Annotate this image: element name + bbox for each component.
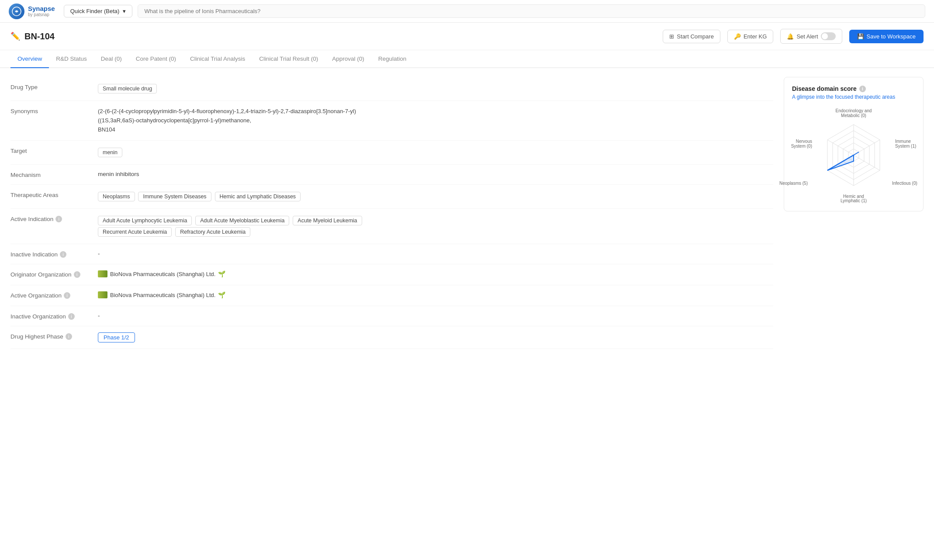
axis-line-rb: [854, 155, 880, 170]
mechanism-label: Mechanism: [10, 171, 98, 178]
active-org-label: Active Organization i: [10, 291, 98, 299]
inactive-org-info-icon[interactable]: i: [68, 313, 75, 320]
axis-label-left-top: Nervous: [796, 139, 812, 144]
save-workspace-button[interactable]: 💾 Save to Workspace: [849, 30, 924, 43]
target-label: Target: [10, 147, 98, 154]
target-value: menin: [98, 147, 773, 158]
active-org-logo-icon: [98, 291, 107, 298]
drug-title-area: ✏️ BN-104: [10, 31, 55, 41]
originator-row: Originator Organization i BioNova Pharma…: [10, 264, 773, 285]
drug-type-row: Drug Type Small molecule drug: [10, 77, 773, 101]
drug-name: BN-104: [24, 31, 55, 41]
inactive-org-row: Inactive Organization i -: [10, 306, 773, 326]
logo-area: Synapse by patsnap: [9, 3, 55, 19]
inactive-indication-value: -: [98, 250, 773, 257]
radar-subtitle: A glimpse into the focused therapeutic a…: [792, 94, 915, 100]
drug-type-value: Small molecule drug: [98, 83, 773, 94]
overview-fields: Drug Type Small molecule drug Synonyms (…: [10, 77, 773, 349]
originator-org: BioNova Pharmaceuticals (Shanghai) Ltd. …: [98, 270, 225, 277]
target-tag: menin: [98, 148, 122, 157]
therapeutic-areas-row: Therapeutic Areas Neoplasms Immune Syste…: [10, 185, 773, 209]
active-indication-label: Active Indication i: [10, 215, 98, 222]
drug-type-label: Drug Type: [10, 83, 98, 90]
inactive-indication-row: Inactive Indication i -: [10, 244, 773, 264]
highest-phase-row: Drug Highest Phase i Phase 1/2: [10, 326, 773, 349]
inactive-indication-label: Inactive Indication i: [10, 250, 98, 258]
radar-chart: Endocrinology and Metabolic (0) Immune S…: [797, 107, 910, 203]
search-input[interactable]: [138, 4, 925, 18]
inactive-indication-info-icon[interactable]: i: [60, 251, 66, 258]
org-sprout-icon: 🌱: [218, 270, 225, 277]
enter-kg-button[interactable]: 🔑 Enter KG: [727, 30, 773, 43]
axis-label-right-bottom: Infectious (0): [892, 181, 917, 186]
phase-tag: Phase 1/2: [98, 332, 135, 342]
set-alert-label: Set Alert: [796, 33, 818, 40]
tag-adult-all: Adult Acute Lymphocytic Leukemia: [98, 216, 192, 225]
tab-overview[interactable]: Overview: [10, 50, 49, 68]
quick-finder-label: Quick Finder (Beta): [70, 8, 120, 14]
svg-text:System (1): System (1): [895, 144, 916, 149]
tag-recurrent: Recurrent Acute Leukemia: [98, 227, 172, 237]
highest-phase-info-icon[interactable]: i: [66, 333, 72, 340]
tab-approval[interactable]: Approval (0): [325, 50, 371, 68]
highest-phase-value: Phase 1/2: [98, 332, 773, 342]
svg-text:Metabolic (0): Metabolic (0): [841, 113, 866, 118]
save-icon: 💾: [857, 33, 864, 40]
logo-icon: [9, 3, 24, 19]
quick-finder-button[interactable]: Quick Finder (Beta) ▾: [64, 5, 133, 17]
originator-info-icon[interactable]: i: [74, 271, 80, 278]
active-indication-info-icon[interactable]: i: [55, 216, 62, 222]
svg-text:System (0): System (0): [791, 144, 812, 149]
active-org-row: Active Organization i BioNova Pharmaceut…: [10, 285, 773, 306]
main-content-area: Drug Type Small molecule drug Synonyms (…: [0, 68, 934, 358]
mechanism-value: menin inhibitors: [98, 171, 773, 177]
synonyms-value: (2-(6-(2-(4-cyclopropylpyrimidin-5-yl)-4…: [98, 107, 773, 134]
tag-neoplasms: Neoplasms: [98, 192, 135, 201]
tag-hemic: Hemic and Lymphatic Diseases: [215, 192, 301, 201]
tab-rd-status[interactable]: R&D Status: [49, 50, 94, 68]
drug-header: ✏️ BN-104 ⊞ Start Compare 🔑 Enter KG 🔔 S…: [0, 23, 934, 50]
alert-icon: 🔔: [787, 33, 794, 40]
chevron-down-icon: ▾: [123, 8, 126, 14]
tab-regulation[interactable]: Regulation: [371, 50, 414, 68]
active-indication-tags: Adult Acute Lymphocytic Leukemia Adult A…: [98, 215, 773, 238]
radar-svg: Endocrinology and Metabolic (0) Immune S…: [797, 107, 910, 203]
synonyms-row: Synonyms (2-(6-(2-(4-cyclopropylpyrimidi…: [10, 101, 773, 141]
tag-refractory: Refractory Acute Leukemia: [175, 227, 250, 237]
kg-icon: 🔑: [734, 33, 741, 40]
sidebar: Disease domain score i A glimpse into th…: [784, 77, 924, 349]
org-logo-icon: [98, 270, 107, 277]
highest-phase-label: Drug Highest Phase i: [10, 332, 98, 340]
active-org-info-icon[interactable]: i: [64, 292, 70, 299]
save-workspace-label: Save to Workspace: [867, 33, 916, 40]
inactive-org-label: Inactive Organization i: [10, 312, 98, 320]
originator-label: Originator Organization i: [10, 270, 98, 278]
logo-text: Synapse by patsnap: [28, 5, 55, 17]
axis-label-top: Endocrinology and: [836, 108, 872, 113]
drug-type-tag: Small molecule drug: [98, 84, 157, 93]
start-compare-button[interactable]: ⊞ Start Compare: [663, 30, 720, 43]
synonyms-label: Synonyms: [10, 107, 98, 114]
set-alert-button[interactable]: 🔔 Set Alert: [780, 29, 842, 44]
tag-aml: Acute Myeloid Leukemia: [293, 216, 362, 225]
compare-icon: ⊞: [669, 33, 674, 40]
start-compare-label: Start Compare: [677, 33, 714, 40]
therapeutic-tags: Neoplasms Immune System Diseases Hemic a…: [98, 191, 773, 202]
drug-icon: ✏️: [10, 31, 20, 41]
tag-adult-aml: Adult Acute Myeloblastic Leukemia: [195, 216, 289, 225]
disease-domain-card: Disease domain score i A glimpse into th…: [784, 77, 924, 211]
originator-value: BioNova Pharmaceuticals (Shanghai) Ltd. …: [98, 270, 773, 279]
inactive-org-value: -: [98, 312, 773, 319]
tab-deal[interactable]: Deal (0): [94, 50, 129, 68]
alert-toggle[interactable]: [821, 32, 836, 40]
tag-immune: Immune System Diseases: [138, 192, 211, 201]
axis-label-right-top: Immune: [895, 139, 911, 144]
tab-bar: Overview R&D Status Deal (0) Core Patent…: [0, 50, 934, 68]
tab-clinical-result[interactable]: Clinical Trial Result (0): [252, 50, 325, 68]
header-actions: ⊞ Start Compare 🔑 Enter KG 🔔 Set Alert 💾…: [663, 29, 924, 44]
radar-info-icon[interactable]: i: [859, 86, 866, 92]
tab-core-patent[interactable]: Core Patent (0): [129, 50, 183, 68]
svg-text:Lymphatic (1): Lymphatic (1): [841, 198, 867, 203]
axis-label-left-bottom: Neoplasms (5): [779, 181, 808, 186]
tab-clinical-trial[interactable]: Clinical Trial Analysis: [183, 50, 252, 68]
